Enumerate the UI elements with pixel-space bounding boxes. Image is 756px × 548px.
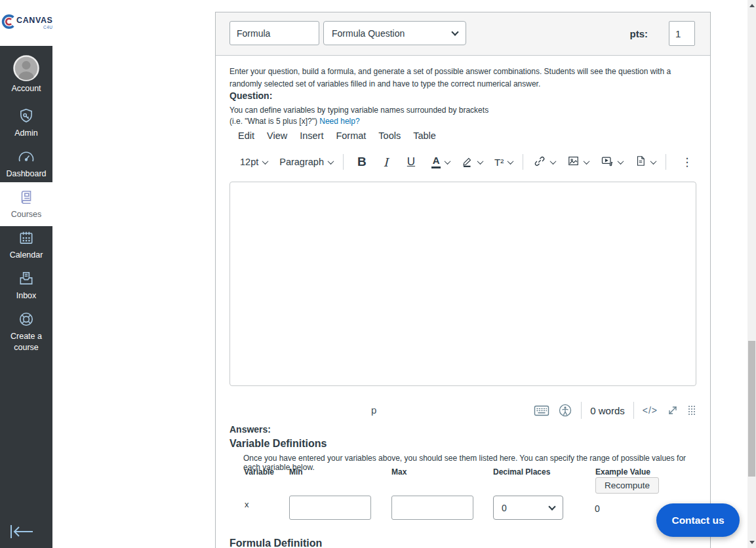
scrollbar-thumb[interactable] <box>748 341 755 477</box>
chevron-down-icon <box>650 158 657 165</box>
contact-us-button[interactable]: Contact us <box>656 503 740 537</box>
sidebar-item-courses[interactable]: Courses <box>0 182 52 226</box>
superscript-button[interactable]: T² <box>491 154 516 170</box>
life-ring-icon <box>0 309 52 329</box>
example-value: 0 <box>595 503 600 514</box>
recompute-button[interactable]: Recompute <box>595 477 659 494</box>
column-header-max: Max <box>391 467 407 477</box>
variables-helper-text: You can define variables by typing varia… <box>229 106 488 115</box>
collapse-sidebar-button[interactable] <box>8 523 37 540</box>
global-nav-sidebar: CANVAS C4U Account Admin <box>0 0 52 548</box>
shield-key-icon <box>0 106 52 126</box>
column-header-variable: Variable <box>244 467 274 477</box>
page-scrollbar[interactable] <box>747 0 756 548</box>
rce-statusbar: p 0 words </> <box>216 398 710 423</box>
canvas-logo-icon <box>1 14 16 31</box>
image-icon <box>567 155 580 169</box>
pts-label: pts: <box>630 28 648 39</box>
chevron-down-icon <box>618 158 624 165</box>
max-input[interactable] <box>391 496 473 520</box>
question-name-input[interactable] <box>229 21 319 45</box>
question-type-select[interactable]: Formula Question <box>323 21 466 45</box>
italic-button[interactable]: I <box>378 153 394 172</box>
html-view-button[interactable]: </> <box>643 405 658 416</box>
sidebar-item-calendar[interactable]: Calendar <box>0 228 52 261</box>
resize-handle-icon[interactable] <box>688 405 696 416</box>
text-color-button[interactable]: A <box>428 153 453 172</box>
canvas-logo[interactable]: CANVAS C4U <box>0 0 52 46</box>
menu-edit[interactable]: Edit <box>238 130 254 141</box>
scroll-up-arrow[interactable] <box>749 4 755 7</box>
statusbar-divider <box>633 402 634 419</box>
underline-button[interactable]: U <box>402 153 420 171</box>
rich-text-editor-body[interactable] <box>229 182 696 386</box>
sidebar-item-label: Create a course <box>0 331 52 353</box>
fullscreen-icon[interactable] <box>666 404 679 417</box>
font-size-select[interactable]: 12pt <box>237 154 271 170</box>
media-button[interactable] <box>597 152 626 172</box>
inbox-icon <box>0 269 52 288</box>
pts-input[interactable] <box>669 21 695 46</box>
sidebar-item-dashboard[interactable]: Dashboard <box>0 147 52 180</box>
column-header-decimal-places: Decimal Places <box>493 467 550 477</box>
variable-definitions-heading: Variable Definitions <box>229 438 327 450</box>
highlighter-icon <box>462 155 473 169</box>
gauge-icon <box>0 147 52 166</box>
variables-example-text: (i.e. "What is 5 plus [x]?") Need help? <box>229 117 360 126</box>
toolbar-divider <box>523 154 523 170</box>
book-icon <box>0 187 52 207</box>
rce-menubar: Edit View Insert Format Tools Table <box>238 130 436 141</box>
sidebar-item-label: Account <box>0 83 52 94</box>
chevron-down-icon <box>477 158 484 165</box>
question-editor-card: Formula Question pts: Enter your questio… <box>215 12 711 548</box>
keyboard-shortcuts-icon[interactable] <box>534 404 549 417</box>
menu-table[interactable]: Table <box>413 130 436 141</box>
formula-definition-heading: Formula Definition <box>229 538 322 548</box>
column-header-example-value: Example Value <box>595 467 650 477</box>
chevron-down-icon <box>328 158 334 165</box>
logo-brand-text: CANVAS <box>16 16 52 25</box>
toolbar-divider <box>343 154 344 170</box>
media-icon <box>601 155 614 170</box>
sidebar-item-account[interactable]: Account <box>0 55 52 94</box>
word-count: 0 words <box>590 405 625 416</box>
menu-insert[interactable]: Insert <box>300 130 323 141</box>
statusbar-divider <box>581 402 582 419</box>
sidebar-item-label: Inbox <box>0 290 52 302</box>
document-icon <box>635 155 647 169</box>
paragraph-format-select[interactable]: Paragraph <box>276 154 336 170</box>
chevron-down-icon <box>550 158 557 165</box>
sidebar-item-admin[interactable]: Admin <box>0 106 52 139</box>
menu-format[interactable]: Format <box>336 130 366 141</box>
question-type-description: Enter your question, build a formula, an… <box>229 66 699 90</box>
sidebar-item-label: Courses <box>0 209 52 220</box>
document-button[interactable] <box>631 152 659 172</box>
menu-view[interactable]: View <box>267 130 287 141</box>
min-input[interactable] <box>289 496 371 520</box>
link-icon <box>533 155 546 170</box>
rce-toolbar: 12pt Paragraph B I U A <box>237 149 696 175</box>
more-toolbar-options-button[interactable]: ⋮ <box>678 153 696 172</box>
decimal-places-select[interactable]: 0 <box>493 496 563 520</box>
highlight-color-button[interactable] <box>458 153 486 172</box>
sidebar-item-inbox[interactable]: Inbox <box>0 269 52 302</box>
column-header-min: Min <box>289 467 303 477</box>
need-help-link[interactable]: Need help? <box>319 117 359 126</box>
menu-tools[interactable]: Tools <box>378 130 401 141</box>
sidebar-item-label: Calendar <box>0 250 52 261</box>
sidebar-item-label: Admin <box>0 128 52 139</box>
chevron-down-icon <box>584 158 590 165</box>
chevron-down-icon <box>262 158 269 165</box>
chevron-down-icon <box>445 158 451 165</box>
link-button[interactable] <box>530 152 559 172</box>
image-button[interactable] <box>564 152 592 172</box>
chevron-down-icon <box>507 158 514 165</box>
toolbar-divider <box>666 154 666 170</box>
avatar <box>0 55 52 81</box>
sidebar-item-create-a-course[interactable]: Create a course <box>0 309 52 353</box>
answers-heading: Answers: <box>229 424 271 435</box>
element-path[interactable]: p <box>371 404 376 416</box>
accessibility-checker-icon[interactable] <box>558 403 572 418</box>
scroll-down-arrow[interactable] <box>749 541 755 544</box>
bold-button[interactable]: B <box>354 152 370 172</box>
